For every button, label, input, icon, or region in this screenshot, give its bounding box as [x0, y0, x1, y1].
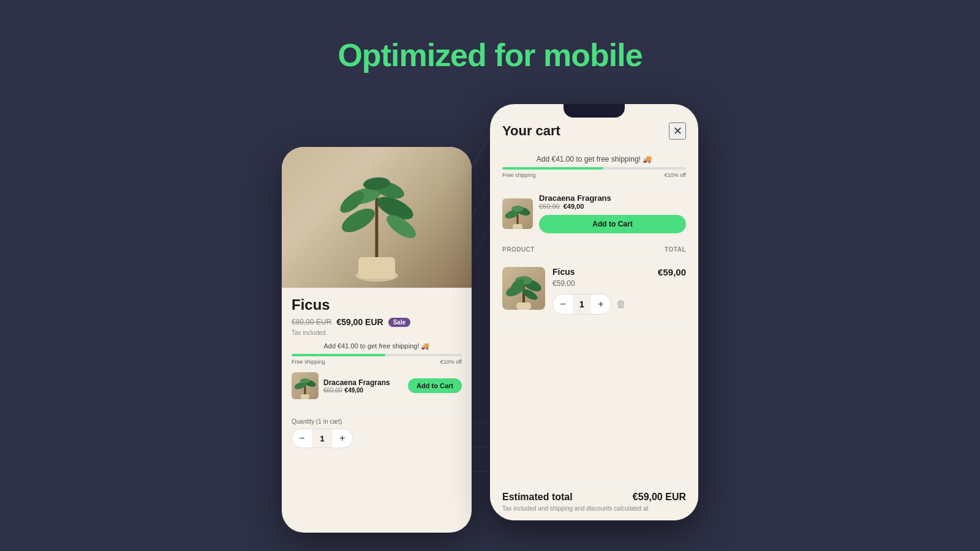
progress-bar-bg [292, 354, 462, 356]
estimated-total: €59,00 EUR [633, 492, 686, 503]
upsell-original-price: €60,00 [323, 387, 342, 394]
phone-right: Your cart ✕ Add €41.00 to get free shipp… [490, 104, 698, 520]
sale-badge: Sale [388, 318, 411, 327]
svg-rect-4 [358, 257, 395, 279]
svg-rect-17 [301, 394, 309, 399]
cart-shipping-promo: Add €41.00 to get free shipping! 🚚 [502, 155, 686, 163]
cart-upsell-prices: €60,00 €49,00 [539, 203, 686, 210]
cart-item-info: Ficus €59,00 − 1 + 🗑 [552, 267, 650, 315]
cart-item-controls: − 1 + 🗑 [552, 294, 650, 315]
cart-progress-bar-fill [502, 167, 603, 170]
left-add-to-cart-button[interactable]: Add to Cart [408, 378, 462, 393]
upsell-name: Dracaena Fragrans [323, 378, 403, 387]
quantity-increase-button[interactable]: + [333, 429, 352, 448]
original-price: €80,00 EUR [292, 318, 331, 326]
cart-progress-label-left: Free shipping [502, 172, 536, 178]
cart-upsell-sale-price: €49,00 [564, 203, 584, 210]
estimated-row: Estimated total €59,00 EUR [502, 492, 686, 503]
quantity-label: Quantity (1 in cart) [292, 418, 462, 425]
svg-rect-29 [516, 302, 531, 310]
cart-quantity-stepper: − 1 + [552, 294, 611, 315]
phone-notch [564, 104, 625, 118]
price-row: €80,00 EUR €59,00 EUR Sale [292, 317, 462, 327]
col-product: PRODUCT [502, 246, 535, 253]
cart-upsell-section: Dracaena Fragrans €60,00 €49,00 Add to C… [490, 186, 698, 241]
upsell-item: Dracaena Fragrans €60,00 €49,00 Add to C… [292, 367, 462, 404]
phones-container: Ficus €80,00 EUR €59,00 EUR Sale Tax inc… [282, 104, 698, 520]
tax-note: Tax included. [292, 329, 462, 336]
col-total: TOTAL [665, 246, 686, 253]
cart-table-header: PRODUCT TOTAL [490, 241, 698, 258]
cart-title: Your cart [502, 123, 560, 139]
shipping-promo: Add €41.00 to get free shipping! 🚚 [292, 342, 462, 350]
cart-promo-section: Add €41.00 to get free shipping! 🚚 Free … [490, 148, 698, 186]
upsell-thumb [292, 372, 318, 399]
cart-upsell-original-price: €60,00 [539, 203, 560, 210]
cart-upsell-thumb [502, 198, 533, 229]
cart-progress-label-right: €10% off [665, 172, 686, 178]
upsell-prices: €60,00 €49,00 [323, 387, 403, 394]
cart-add-to-cart-button[interactable]: Add to Cart [539, 215, 686, 233]
product-image [282, 147, 472, 288]
cart-item-thumbnail [502, 267, 545, 310]
progress-bar-fill [292, 354, 385, 356]
cart-item-row: Ficus €59,00 − 1 + 🗑 €59,00 [490, 258, 698, 324]
cart-upsell-name: Dracaena Fragrans [539, 193, 686, 203]
svg-point-21 [511, 206, 524, 212]
cart-item-total: €59,00 [658, 267, 686, 277]
cart-quantity-increase[interactable]: + [591, 294, 611, 314]
progress-label-right: €10% off [440, 359, 462, 365]
quantity-decrease-button[interactable]: − [292, 429, 312, 448]
estimated-note: Tax included and shipping and discounts … [502, 505, 686, 512]
cart-item-name: Ficus [552, 267, 650, 277]
svg-point-16 [300, 378, 310, 383]
product-name: Ficus [292, 296, 462, 313]
estimated-label: Estimated total [502, 492, 573, 503]
sale-price: €59,00 EUR [336, 317, 383, 327]
cart-footer: Estimated total €59,00 EUR Tax included … [490, 482, 698, 520]
cart-progress-labels: Free shipping €10% off [502, 172, 686, 178]
progress-container: Free shipping €10% off [292, 354, 462, 365]
svg-rect-22 [513, 224, 522, 229]
progress-label-left: Free shipping [292, 359, 325, 365]
delete-item-button[interactable]: 🗑 [616, 299, 626, 310]
progress-labels: Free shipping €10% off [292, 359, 462, 365]
cart-quantity-value: 1 [573, 299, 591, 309]
quantity-section: Quantity (1 in cart) − 1 + [282, 413, 472, 453]
cart-upsell-info: Dracaena Fragrans €60,00 €49,00 Add to C… [539, 193, 686, 233]
cart-progress-bar-bg [502, 167, 686, 170]
phone-left: Ficus €80,00 EUR €59,00 EUR Sale Tax inc… [282, 147, 472, 533]
upsell-info: Dracaena Fragrans €60,00 €49,00 [323, 378, 403, 394]
page-title: Optimized for mobile [0, 0, 980, 73]
upsell-sale-price: €49,00 [345, 387, 364, 394]
cart-item-price: €59,00 [552, 279, 650, 288]
product-content: Ficus €80,00 EUR €59,00 EUR Sale Tax inc… [282, 288, 472, 413]
quantity-stepper: − 1 + [292, 429, 353, 448]
cart-quantity-decrease[interactable]: − [553, 294, 573, 314]
quantity-value: 1 [312, 434, 333, 443]
close-cart-button[interactable]: ✕ [669, 122, 686, 140]
